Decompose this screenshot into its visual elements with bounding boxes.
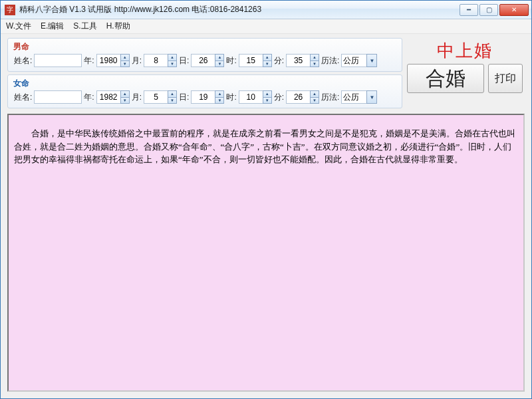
male-calendar-combo[interactable]: ▼ (341, 54, 377, 67)
window-buttons: ━ ▢ ✕ (460, 4, 529, 16)
up-icon[interactable]: ▲ (263, 91, 271, 98)
male-month-spinner[interactable]: ▲▼ (144, 54, 177, 67)
up-icon[interactable]: ▲ (168, 91, 176, 98)
female-month-label: 月: (132, 92, 142, 103)
female-minute-spinner[interactable]: ▲▼ (286, 90, 319, 104)
female-group-title: 女命 (13, 78, 398, 89)
female-row: 姓名: 年: ▲▼ 月: ▲▼ 日: ▲▼ (13, 90, 398, 104)
male-day-spinner[interactable]: ▲▼ (191, 54, 224, 67)
action-buttons: 合婚 打印 (407, 64, 523, 93)
up-icon[interactable]: ▲ (121, 55, 129, 61)
down-icon[interactable]: ▼ (263, 61, 271, 67)
result-grade: 中上婚 (437, 39, 493, 63)
content-panel: 合婚，是中华民族传统婚俗之中最置前的程序，就是在成亲之前看一看男女之间是不是犯克… (7, 114, 525, 392)
form-left: 男命 姓名: 年: ▲▼ 月: ▲▼ 日: (7, 38, 402, 111)
female-hour-spinner[interactable]: ▲▼ (239, 90, 272, 104)
female-calendar-combo[interactable]: ▼ (341, 90, 377, 104)
down-icon[interactable]: ▼ (311, 61, 319, 67)
male-group: 男命 姓名: 年: ▲▼ 月: ▲▼ 日: (7, 38, 402, 72)
male-minute-input[interactable] (286, 54, 310, 67)
down-icon[interactable]: ▼ (121, 61, 129, 67)
up-icon[interactable]: ▲ (311, 55, 319, 61)
down-icon[interactable]: ▼ (215, 61, 223, 67)
male-group-title: 男命 (13, 41, 398, 53)
app-icon: 字 (5, 5, 15, 15)
male-day-label: 日: (179, 55, 189, 66)
male-year-spinner[interactable]: ▲▼ (96, 54, 130, 67)
up-icon[interactable]: ▲ (121, 91, 129, 98)
maximize-button[interactable]: ▢ (479, 4, 498, 16)
male-month-input[interactable] (144, 54, 168, 67)
male-hour-spinner[interactable]: ▲▼ (239, 54, 272, 67)
male-hour-input[interactable] (239, 54, 263, 67)
content-scroll[interactable]: 合婚，是中华民族传统婚俗之中最置前的程序，就是在成亲之前看一看男女之间是不是犯克… (9, 115, 523, 390)
female-calendar-label: 历法: (321, 92, 339, 103)
content-text: 合婚，是中华民族传统婚俗之中最置前的程序，就是在成亲之前看一看男女之间是不是犯克… (14, 127, 518, 166)
up-icon[interactable]: ▲ (168, 55, 176, 61)
titlebar: 字 精科八字合婚 V1.3 试用版 http://www.jk126.com 电… (1, 1, 531, 19)
female-minute-label: 分: (274, 92, 284, 103)
down-icon[interactable]: ▼ (121, 98, 129, 104)
female-day-spinner[interactable]: ▲▼ (191, 90, 224, 104)
chevron-down-icon[interactable]: ▼ (366, 54, 377, 67)
male-minute-label: 分: (274, 55, 284, 66)
down-icon[interactable]: ▼ (168, 98, 176, 104)
female-year-spinner[interactable]: ▲▼ (96, 90, 130, 104)
chevron-down-icon[interactable]: ▼ (366, 90, 377, 104)
app-window: 字 精科八字合婚 V1.3 试用版 http://www.jk126.com 电… (0, 0, 532, 399)
form-area: 男命 姓名: 年: ▲▼ 月: ▲▼ 日: (1, 34, 531, 112)
window-title: 精科八字合婚 V1.3 试用版 http://www.jk126.com 电话:… (19, 4, 460, 15)
female-group: 女命 姓名: 年: ▲▼ 月: ▲▼ 日: (7, 74, 402, 108)
male-hour-label: 时: (226, 55, 236, 66)
female-year-input[interactable] (96, 90, 120, 104)
up-icon[interactable]: ▲ (215, 91, 223, 98)
male-row: 姓名: 年: ▲▼ 月: ▲▼ 日: ▲▼ (13, 54, 398, 67)
male-year-label: 年: (84, 55, 94, 66)
female-day-input[interactable] (191, 90, 215, 104)
minimize-button[interactable]: ━ (460, 4, 478, 16)
up-icon[interactable]: ▲ (215, 55, 223, 61)
menubar: W.文件 E.编辑 S.工具 H.帮助 (1, 19, 531, 34)
female-name-input[interactable] (34, 90, 82, 104)
menu-edit[interactable]: E.编辑 (41, 21, 64, 32)
female-month-input[interactable] (144, 90, 168, 104)
up-icon[interactable]: ▲ (263, 55, 271, 61)
female-month-spinner[interactable]: ▲▼ (144, 90, 177, 104)
close-button[interactable]: ✕ (499, 4, 529, 16)
menu-file[interactable]: W.文件 (6, 21, 31, 32)
up-icon[interactable]: ▲ (311, 91, 319, 98)
male-calendar-label: 历法: (321, 55, 339, 66)
down-icon[interactable]: ▼ (215, 98, 223, 104)
female-year-label: 年: (84, 92, 94, 103)
male-name-input[interactable] (34, 54, 82, 67)
female-day-label: 日: (179, 92, 189, 103)
female-calendar-input[interactable] (341, 90, 366, 104)
male-minute-spinner[interactable]: ▲▼ (286, 54, 319, 67)
female-minute-input[interactable] (286, 90, 310, 104)
menu-tools[interactable]: S.工具 (73, 21, 96, 32)
form-right: 中上婚 合婚 打印 (405, 38, 525, 111)
male-year-input[interactable] (96, 54, 120, 67)
down-icon[interactable]: ▼ (263, 98, 271, 104)
male-month-label: 月: (132, 55, 142, 66)
print-button[interactable]: 打印 (488, 64, 523, 93)
male-name-label: 姓名: (14, 55, 32, 66)
down-icon[interactable]: ▼ (168, 61, 176, 67)
female-hour-label: 时: (226, 92, 236, 103)
down-icon[interactable]: ▼ (311, 98, 319, 104)
male-calendar-input[interactable] (341, 54, 366, 67)
hehun-button[interactable]: 合婚 (407, 64, 484, 93)
male-day-input[interactable] (191, 54, 215, 67)
female-hour-input[interactable] (239, 90, 263, 104)
menu-help[interactable]: H.帮助 (106, 21, 130, 32)
female-name-label: 姓名: (14, 92, 32, 103)
